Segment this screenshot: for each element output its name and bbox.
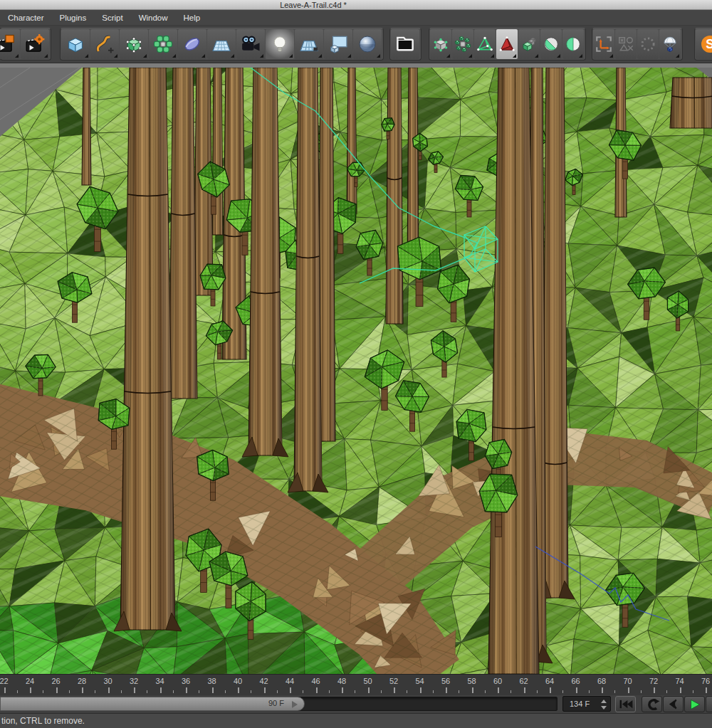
next-frame-button[interactable]: [706, 696, 712, 712]
toolbar-button-sky[interactable]: [324, 29, 352, 59]
camera-icon: [240, 33, 261, 55]
go-to-start-button[interactable]: [615, 696, 636, 712]
menu-item-script[interactable]: Script: [94, 10, 130, 26]
stepper-icon[interactable]: [601, 700, 607, 709]
menu-item-plugins[interactable]: Plugins: [52, 10, 95, 26]
toolbar-button-stage-grid[interactable]: [295, 29, 323, 59]
ruler-tick: [628, 687, 629, 693]
loop-playback-button[interactable]: [642, 696, 662, 712]
toolbar-button-camera[interactable]: [236, 29, 265, 59]
ruler-tick: [472, 687, 473, 693]
toolbar-button-lens[interactable]: [178, 29, 206, 59]
ruler-tick: [199, 690, 199, 693]
play-forward-button[interactable]: [684, 696, 705, 712]
sketchfab-icon: S: [699, 33, 712, 55]
ruler-frame-number: 24: [26, 677, 34, 685]
toolbar-button-content-browser[interactable]: [391, 29, 419, 59]
toolbar-button-boole-sphere[interactable]: [540, 29, 562, 59]
ruler-tick: [4, 687, 6, 693]
array-icon: [520, 35, 538, 53]
next-frame-icon: [708, 699, 712, 709]
ruler-frame-number: 40: [234, 677, 242, 685]
quantize-ring-icon: [639, 35, 657, 53]
end-frame-field[interactable]: 134 F: [562, 696, 611, 712]
toolbar-button-snap-modes[interactable]: [615, 29, 637, 59]
viewport[interactable]: [0, 68, 712, 674]
boole-sphere-icon: [542, 35, 560, 53]
toolbar-button-spline-pen[interactable]: [90, 29, 119, 59]
mograph-cluster-icon: [152, 33, 174, 55]
ruler-tick: [17, 690, 18, 693]
toolbar: S: [0, 26, 712, 63]
ruler-tick: [342, 687, 343, 693]
ruler-tick: [82, 687, 83, 693]
ruler-frame-number: 48: [337, 677, 346, 685]
toolbar-button-primitive-cube[interactable]: [61, 29, 90, 59]
window-title: Leave-A-Trail.c4d *: [280, 0, 347, 10]
toolbar-button-quantize-ring[interactable]: [637, 29, 659, 59]
toolbar-button-bend-deformer[interactable]: [496, 29, 518, 59]
ruler-tick: [238, 687, 239, 693]
subdivision-surface-icon: [431, 35, 450, 53]
ruler-tick: [706, 687, 707, 693]
toolbar-button-atom-array[interactable]: [452, 29, 473, 59]
dynamics-parachute-icon: [661, 35, 679, 53]
ruler-tick: [225, 690, 226, 693]
toolbar-group-2: [389, 28, 422, 60]
toolbar-group-1: [60, 28, 384, 60]
toolbar-button-floor[interactable]: [207, 29, 236, 59]
application-window: Leave-A-Trail.c4d * CharacterPluginsScri…: [0, 0, 712, 728]
ruler-tick: [316, 687, 318, 693]
ruler-tick: [69, 690, 70, 693]
ruler-tick: [43, 690, 43, 693]
toolbar-button-subdivision-surface[interactable]: [430, 29, 451, 59]
play-backward-button[interactable]: [663, 696, 684, 712]
toolbar-button-dynamics-parachute[interactable]: [659, 29, 681, 59]
toolbar-button-symmetry-sphere[interactable]: [562, 29, 584, 59]
ruler-tick: [108, 687, 110, 693]
viewport-top-border: [0, 63, 712, 68]
toolbar-button-mograph-cluster[interactable]: [149, 29, 177, 59]
ruler-frame-number: 62: [519, 677, 528, 685]
toolbar-button-light[interactable]: [266, 29, 294, 59]
toolbar-button-environment-sphere[interactable]: [353, 29, 382, 59]
toolbar-button-render-settings[interactable]: [21, 29, 49, 59]
status-text: tion, CTRL to remove.: [0, 714, 85, 728]
toolbar-button-render-picture-viewer[interactable]: [0, 29, 20, 59]
toolbar-button-array[interactable]: [518, 29, 540, 59]
ruler-tick: [30, 687, 31, 693]
ruler-frame-number: 28: [78, 677, 86, 685]
menu-item-window[interactable]: Window: [131, 10, 176, 26]
toolbar-button-wrap-cage[interactable]: [474, 29, 496, 59]
ruler-tick: [446, 687, 447, 693]
ruler-tick: [290, 687, 291, 693]
toolbar-button-editable-mesh[interactable]: [120, 29, 148, 59]
toolbar-group-3: [429, 28, 586, 60]
ruler-frame-number: 26: [51, 677, 60, 685]
timeline-handle[interactable]: 90 F: [0, 697, 305, 711]
menu-item-help[interactable]: Help: [176, 10, 209, 26]
menu-item-character[interactable]: Character: [0, 10, 52, 26]
primitive-cube-icon: [65, 33, 86, 55]
viewport-canvas[interactable]: [0, 68, 712, 674]
handle-grip-icon: [292, 701, 298, 708]
timeline-ruler[interactable]: 2224262830323436384042444648505254565860…: [0, 674, 712, 695]
ruler-frame-number: 66: [571, 677, 580, 685]
atom-array-icon: [454, 35, 472, 53]
ruler-tick: [407, 690, 407, 693]
ruler-tick: [121, 690, 122, 693]
editable-mesh-icon: [123, 33, 145, 55]
symmetry-sphere-icon: [564, 35, 582, 53]
ruler-tick: [420, 687, 422, 693]
ruler-tick: [524, 687, 525, 693]
toolbar-button-workplane-axis[interactable]: [593, 29, 614, 59]
svg-text:S: S: [706, 37, 712, 51]
ruler-tick: [303, 690, 303, 693]
ruler-tick: [277, 690, 278, 693]
toolbar-button-sketchfab[interactable]: S: [696, 29, 712, 59]
ruler-tick: [56, 687, 58, 693]
ruler-frame-number: 44: [286, 677, 294, 685]
workplane-axis-icon: [595, 35, 613, 53]
ruler-frame-number: 36: [182, 677, 190, 685]
ruler-frame-number: 60: [493, 677, 502, 685]
